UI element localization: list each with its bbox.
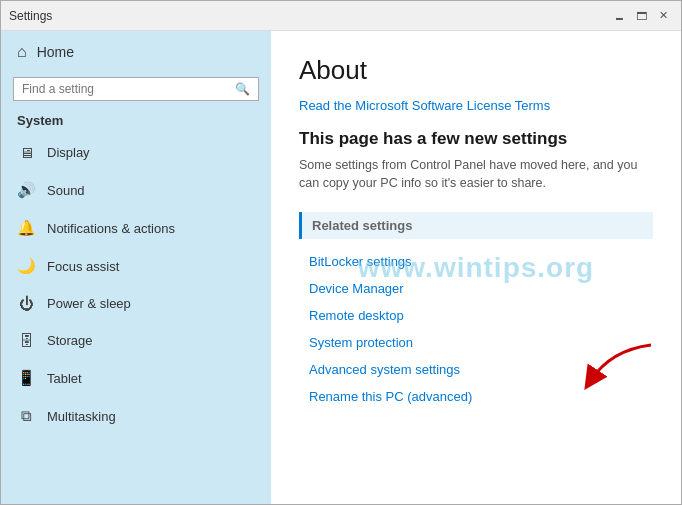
search-icon: 🔍 <box>235 82 250 96</box>
related-link-advanced-system-settings[interactable]: Advanced system settings <box>299 357 653 382</box>
main-content: www.wintips.org About Read the Microsoft… <box>271 31 681 504</box>
related-link-system-protection[interactable]: System protection <box>299 330 653 355</box>
storage-label: Storage <box>47 333 93 348</box>
related-link-rename-pc[interactable]: Rename this PC (advanced) <box>299 384 653 409</box>
sound-icon: 🔊 <box>17 181 35 199</box>
settings-window: Settings 🗕 🗖 ✕ ⌂ Home 🔍 System 🖥 Display… <box>0 0 682 505</box>
license-link[interactable]: Read the Microsoft Software License Term… <box>299 98 653 113</box>
minimize-button[interactable]: 🗕 <box>609 6 629 26</box>
notifications-icon: 🔔 <box>17 219 35 237</box>
page-title: About <box>299 55 653 86</box>
related-link-bitlocker[interactable]: BitLocker settings <box>299 249 653 274</box>
sidebar-item-multitasking[interactable]: ⧉ Multitasking <box>1 397 271 435</box>
multitasking-icon: ⧉ <box>17 407 35 425</box>
storage-icon: 🗄 <box>17 332 35 349</box>
related-link-remote-desktop[interactable]: Remote desktop <box>299 303 653 328</box>
focus-label: Focus assist <box>47 259 119 274</box>
sidebar-item-focus[interactable]: 🌙 Focus assist <box>1 247 271 285</box>
close-button[interactable]: ✕ <box>653 6 673 26</box>
multitasking-label: Multitasking <box>47 409 116 424</box>
window-content: ⌂ Home 🔍 System 🖥 Display 🔊 Sound 🔔 Noti… <box>1 31 681 504</box>
sidebar-item-tablet[interactable]: 📱 Tablet <box>1 359 271 397</box>
related-settings-header: Related settings <box>299 212 653 239</box>
sidebar-section-system: System <box>1 109 271 134</box>
display-label: Display <box>47 145 90 160</box>
sidebar-item-storage[interactable]: 🗄 Storage <box>1 322 271 359</box>
sidebar-item-home[interactable]: ⌂ Home <box>1 31 271 73</box>
title-bar: Settings 🗕 🗖 ✕ <box>1 1 681 31</box>
title-bar-controls: 🗕 🗖 ✕ <box>609 6 673 26</box>
sidebar: ⌂ Home 🔍 System 🖥 Display 🔊 Sound 🔔 Noti… <box>1 31 271 504</box>
display-icon: 🖥 <box>17 144 35 161</box>
page-description: Some settings from Control Panel have mo… <box>299 157 653 192</box>
focus-icon: 🌙 <box>17 257 35 275</box>
related-links-list: BitLocker settingsDevice ManagerRemote d… <box>299 249 653 409</box>
sidebar-item-sound[interactable]: 🔊 Sound <box>1 171 271 209</box>
power-icon: ⏻ <box>17 295 35 312</box>
sidebar-item-power[interactable]: ⏻ Power & sleep <box>1 285 271 322</box>
home-label: Home <box>37 44 74 60</box>
search-box[interactable]: 🔍 <box>13 77 259 101</box>
maximize-button[interactable]: 🗖 <box>631 6 651 26</box>
tablet-icon: 📱 <box>17 369 35 387</box>
sound-label: Sound <box>47 183 85 198</box>
sidebar-item-notifications[interactable]: 🔔 Notifications & actions <box>1 209 271 247</box>
search-input[interactable] <box>22 82 231 96</box>
sidebar-item-display[interactable]: 🖥 Display <box>1 134 271 171</box>
title-bar-text: Settings <box>9 9 609 23</box>
home-icon: ⌂ <box>17 43 27 61</box>
tablet-label: Tablet <box>47 371 82 386</box>
related-link-device-manager[interactable]: Device Manager <box>299 276 653 301</box>
page-subtitle: This page has a few new settings <box>299 129 653 149</box>
sidebar-items-list: 🖥 Display 🔊 Sound 🔔 Notifications & acti… <box>1 134 271 435</box>
power-label: Power & sleep <box>47 296 131 311</box>
notifications-label: Notifications & actions <box>47 221 175 236</box>
